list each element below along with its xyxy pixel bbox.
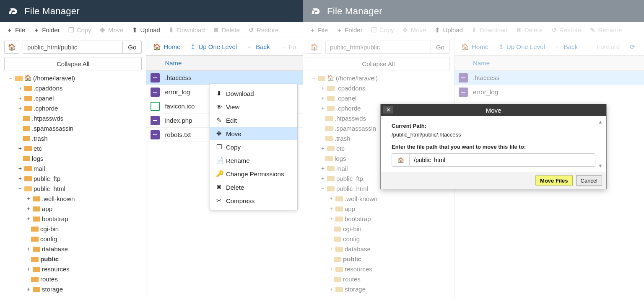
tree-item[interactable]: config xyxy=(307,234,450,244)
nav-forward[interactable]: →Fo xyxy=(280,43,296,50)
expand-icon[interactable]: + xyxy=(26,246,31,252)
tree-root[interactable]: −🏠(/home/laravel) xyxy=(4,73,142,83)
tree-item[interactable]: cgi-bin xyxy=(307,224,450,234)
tree-item[interactable]: +.cpaddons xyxy=(4,83,142,93)
tree-item[interactable]: config xyxy=(4,234,142,244)
tree-item[interactable]: +database xyxy=(4,244,142,254)
copy-button[interactable]: ❐Copy xyxy=(64,22,96,38)
expand-icon[interactable]: + xyxy=(18,85,23,91)
expand-icon[interactable]: + xyxy=(320,165,325,172)
tree-item[interactable]: +storage xyxy=(307,284,450,294)
tree-item[interactable]: +bootstrap xyxy=(4,214,142,224)
tree-item[interactable]: routes xyxy=(307,274,450,284)
path-input[interactable] xyxy=(23,41,122,53)
path-input[interactable] xyxy=(326,41,431,53)
expand-icon[interactable]: + xyxy=(26,206,31,212)
tree-item[interactable]: +public_ftp xyxy=(4,173,142,183)
download-button[interactable]: ⬇Download xyxy=(164,22,209,38)
nav-home[interactable]: 🏠Home xyxy=(461,43,488,51)
dest-home-button[interactable]: 🏠 xyxy=(392,153,409,167)
expand-icon[interactable]: + xyxy=(18,165,23,172)
file-row[interactable]: error_log xyxy=(454,85,644,99)
expand-icon[interactable]: + xyxy=(26,266,31,272)
restore-button[interactable]: ↺Restore xyxy=(547,22,586,38)
expand-icon[interactable]: + xyxy=(329,266,334,272)
expand-icon[interactable]: + xyxy=(18,95,23,101)
rename-button[interactable]: ✎Rename xyxy=(586,22,626,38)
tree-item[interactable]: +database xyxy=(307,244,450,254)
tree-item[interactable]: logs xyxy=(4,153,142,163)
column-header-name[interactable]: Name xyxy=(454,56,644,71)
tree-item[interactable]: +.cpaddons xyxy=(307,83,450,93)
tree-item[interactable]: public xyxy=(307,254,450,264)
tree-item[interactable]: +.cpanel xyxy=(307,93,450,103)
nav-up[interactable]: ↥Up One Level xyxy=(499,43,545,51)
expand-icon[interactable]: + xyxy=(26,286,31,292)
collapse-icon[interactable]: − xyxy=(311,75,316,81)
file-row[interactable]: .htaccess xyxy=(146,71,303,85)
home-button[interactable]: 🏠 xyxy=(4,41,19,54)
ctx-edit[interactable]: ✎Edit xyxy=(210,113,297,127)
nav-forward[interactable]: →Forward xyxy=(588,43,620,50)
move-files-button[interactable]: Move Files xyxy=(535,175,572,186)
expand-icon[interactable]: + xyxy=(320,85,325,91)
expand-icon[interactable]: + xyxy=(26,216,31,222)
move-button[interactable]: ✥Move xyxy=(96,22,128,38)
file-row[interactable]: .htaccess xyxy=(454,71,644,85)
cancel-button[interactable]: Cancel xyxy=(576,175,602,186)
expand-icon[interactable]: + xyxy=(320,95,325,101)
tree-root[interactable]: −🏠(/home/laravel) xyxy=(307,73,450,83)
ctx-delete[interactable]: ✖Delete xyxy=(210,180,297,194)
tree-item[interactable]: routes xyxy=(4,274,142,284)
expand-icon[interactable]: + xyxy=(320,105,325,111)
tree-item[interactable]: public xyxy=(4,254,142,264)
tree-item[interactable]: .spamassassin xyxy=(4,123,142,133)
expand-icon[interactable]: + xyxy=(26,196,31,202)
modal-titlebar[interactable]: ✕ Move xyxy=(381,104,606,116)
collapse-all-button[interactable]: Collapse All xyxy=(4,57,142,70)
expand-icon[interactable]: + xyxy=(320,145,325,152)
expand-icon[interactable]: + xyxy=(329,286,334,292)
ctx-rename[interactable]: 📄Rename xyxy=(210,154,297,167)
expand-icon[interactable]: + xyxy=(329,216,334,222)
new-file-button[interactable]: +File xyxy=(305,22,332,38)
tree-item[interactable]: cgi-bin xyxy=(4,224,142,234)
go-button[interactable]: Go xyxy=(122,41,141,53)
go-button[interactable]: Go xyxy=(431,41,449,53)
upload-button[interactable]: ⬆Upload xyxy=(127,22,164,38)
tree-item[interactable]: +storage xyxy=(4,284,142,294)
restore-button[interactable]: ↺Restore xyxy=(244,22,283,38)
tree-item[interactable]: +bootstrap xyxy=(307,214,450,224)
new-folder-button[interactable]: +Folder xyxy=(29,22,64,38)
expand-icon[interactable]: + xyxy=(18,105,23,111)
copy-button[interactable]: ❐Copy xyxy=(367,22,398,38)
delete-button[interactable]: ✖Delete xyxy=(512,22,547,38)
tree-item[interactable]: +resources xyxy=(307,264,450,274)
collapse-icon[interactable]: − xyxy=(320,186,325,192)
new-folder-button[interactable]: +Folder xyxy=(332,22,367,38)
nav-back[interactable]: ←Back xyxy=(555,43,578,50)
ctx-move[interactable]: ✥Move xyxy=(210,127,297,140)
column-header-name[interactable]: Name xyxy=(146,56,303,71)
tree-item[interactable]: +.well-known xyxy=(307,193,450,204)
scroll-up-icon[interactable]: ▲ xyxy=(597,119,604,125)
ctx-view[interactable]: 👁View xyxy=(210,100,297,113)
expand-icon[interactable]: + xyxy=(320,175,325,182)
tree-item[interactable]: +app xyxy=(307,204,450,214)
expand-icon[interactable]: + xyxy=(329,206,334,212)
download-button[interactable]: ⬇Download xyxy=(467,22,512,38)
new-file-button[interactable]: +File xyxy=(3,22,29,38)
expand-icon[interactable]: + xyxy=(18,145,23,152)
nav-home[interactable]: 🏠Home xyxy=(153,43,180,51)
tree-item[interactable]: +.cphorde xyxy=(4,103,142,113)
delete-button[interactable]: ✖Delete xyxy=(209,22,244,38)
close-icon[interactable]: ✕ xyxy=(383,106,393,113)
ctx-compress[interactable]: ✂Compress xyxy=(210,194,297,207)
expand-icon[interactable]: + xyxy=(18,175,23,182)
tree-item[interactable]: .htpasswds xyxy=(4,113,142,123)
tree-item[interactable]: +etc xyxy=(4,143,142,153)
tree-item[interactable]: +.cpanel xyxy=(4,93,142,103)
nav-reload[interactable]: ⟳ xyxy=(630,43,635,51)
ctx-download[interactable]: ⬇Download xyxy=(210,87,297,100)
collapse-all-button[interactable]: Collapse All xyxy=(307,57,450,70)
